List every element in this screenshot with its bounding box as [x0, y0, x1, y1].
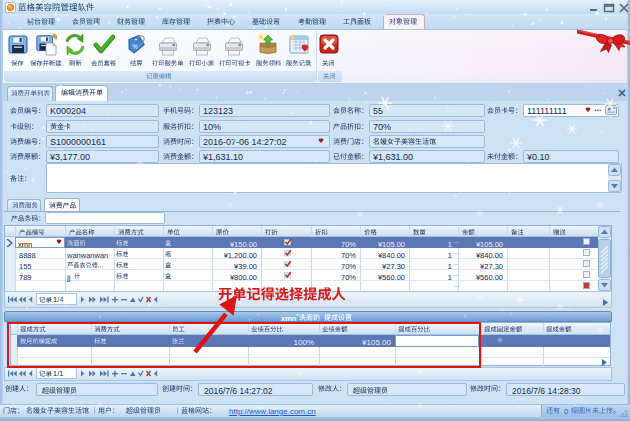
svg-text:%: %	[132, 43, 138, 50]
